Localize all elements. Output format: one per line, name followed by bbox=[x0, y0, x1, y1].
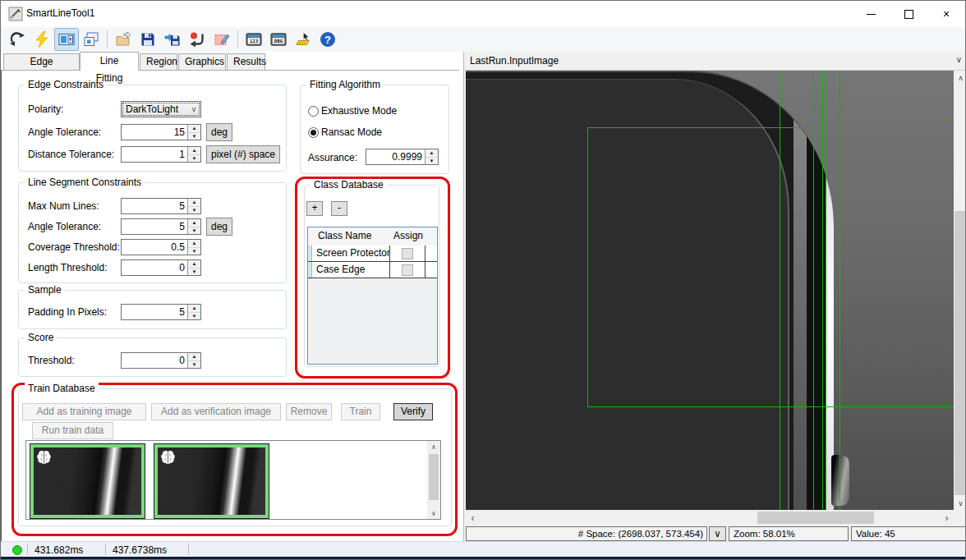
record-button[interactable] bbox=[185, 28, 209, 51]
score-threshold-value[interactable]: 0 bbox=[122, 353, 187, 368]
show-tool-editor-button[interactable] bbox=[54, 28, 79, 51]
class-row-screen-protector[interactable]: Screen Protector bbox=[308, 246, 437, 262]
angle-tolerance-input[interactable]: 15 ▲▼ bbox=[121, 124, 201, 140]
col-assign[interactable]: Assign bbox=[393, 230, 423, 241]
class-remove-button[interactable]: - bbox=[331, 201, 347, 216]
remove-button[interactable]: Remove bbox=[286, 403, 332, 420]
tab-graphics[interactable]: Graphics bbox=[178, 53, 226, 70]
ransac-mode-label[interactable]: Ransac Mode bbox=[321, 126, 382, 138]
spin-up-icon[interactable]: ▲ bbox=[188, 305, 200, 312]
class-name-cell[interactable]: Case Edge bbox=[312, 262, 390, 278]
assign-checkbox[interactable] bbox=[402, 264, 413, 276]
add-training-image-button[interactable]: Add as training image bbox=[22, 403, 146, 420]
spin-up-icon[interactable]: ▲ bbox=[188, 147, 200, 154]
class-add-button[interactable]: + bbox=[306, 201, 323, 216]
tab-results[interactable]: Results bbox=[227, 53, 265, 70]
train-thumbnail-2[interactable] bbox=[154, 443, 269, 519]
scrollbar-thumb[interactable] bbox=[429, 454, 439, 500]
padding-value[interactable]: 5 bbox=[122, 305, 187, 319]
minimize-button[interactable] bbox=[852, 1, 890, 27]
open-button[interactable] bbox=[111, 28, 136, 51]
spin-down-icon[interactable]: ▼ bbox=[188, 268, 200, 276]
max-num-lines-value[interactable]: 5 bbox=[122, 199, 187, 213]
length-threshold-spinner[interactable]: ▲▼ bbox=[187, 260, 200, 275]
train-list-scrollbar[interactable]: ∧ ∨ bbox=[427, 441, 440, 519]
max-num-lines-spinner[interactable]: ▲▼ bbox=[187, 199, 200, 213]
scroll-right-icon[interactable]: › bbox=[940, 511, 954, 525]
display-dbg-button[interactable]: DBG bbox=[266, 28, 291, 51]
spin-down-icon[interactable]: ▼ bbox=[188, 227, 200, 235]
image-panel-header[interactable]: LastRun.InputImage ∨ bbox=[464, 52, 966, 71]
assurance-value[interactable]: 0.9999 bbox=[366, 149, 425, 164]
spin-down-icon[interactable]: ▼ bbox=[188, 360, 200, 369]
scroll-down-icon[interactable]: ∨ bbox=[427, 507, 440, 519]
input-image-view[interactable] bbox=[466, 71, 954, 510]
class-row-case-edge[interactable]: Case Edge bbox=[308, 262, 437, 278]
spin-up-icon[interactable]: ▲ bbox=[188, 353, 200, 360]
ransac-mode-radio[interactable] bbox=[308, 127, 319, 138]
spin-up-icon[interactable]: ▲ bbox=[188, 199, 200, 206]
coverage-threshold-input[interactable]: 0.5 ▲▼ bbox=[121, 239, 201, 255]
spin-up-icon[interactable]: ▲ bbox=[426, 149, 438, 157]
space-dropdown-button[interactable]: ∨ bbox=[709, 526, 726, 541]
assurance-input[interactable]: 0.9999 ▲▼ bbox=[366, 149, 439, 165]
angle-tolerance-value[interactable]: 15 bbox=[122, 125, 187, 140]
distance-tolerance-value[interactable]: 1 bbox=[122, 147, 187, 162]
exhaustive-mode-radio[interactable] bbox=[308, 106, 319, 117]
class-name-cell[interactable]: Screen Protector bbox=[312, 246, 390, 261]
save-as-button[interactable] bbox=[160, 28, 185, 51]
tab-edge-extraction[interactable]: Edge Extraction bbox=[3, 53, 80, 70]
scroll-down-icon[interactable]: ∨ bbox=[954, 496, 966, 510]
chevron-down-icon[interactable]: ∨ bbox=[956, 55, 962, 64]
run-once-button[interactable] bbox=[30, 28, 54, 51]
spin-up-icon[interactable]: ▲ bbox=[188, 125, 200, 132]
spin-down-icon[interactable]: ▼ bbox=[426, 157, 438, 165]
spin-down-icon[interactable]: ▼ bbox=[188, 206, 200, 214]
score-threshold-input[interactable]: 0 ▲▼ bbox=[121, 352, 201, 369]
run-train-data-button[interactable]: Run train data bbox=[32, 422, 113, 439]
coverage-threshold-spinner[interactable]: ▲▼ bbox=[187, 240, 200, 255]
tab-line-fitting[interactable]: Line Fitting bbox=[80, 52, 139, 71]
spin-down-icon[interactable]: ▼ bbox=[188, 312, 200, 320]
ls-angle-tolerance-value[interactable]: 5 bbox=[122, 219, 187, 234]
display-123-button[interactable]: 123 bbox=[242, 28, 266, 51]
image-source-selector[interactable]: LastRun.InputImage bbox=[470, 55, 559, 67]
score-threshold-spinner[interactable]: ▲▼ bbox=[187, 353, 200, 368]
coverage-threshold-value[interactable]: 0.5 bbox=[122, 240, 187, 255]
assign-checkbox[interactable] bbox=[402, 248, 413, 259]
spin-down-icon[interactable]: ▼ bbox=[188, 247, 200, 255]
tab-region[interactable]: Region bbox=[140, 53, 177, 70]
spin-down-icon[interactable]: ▼ bbox=[188, 132, 200, 140]
distance-tolerance-input[interactable]: 1 ▲▼ bbox=[121, 146, 201, 163]
scrollbar-thumb[interactable] bbox=[757, 512, 874, 524]
scroll-up-icon[interactable]: ∧ bbox=[427, 441, 440, 452]
angle-unit-button[interactable]: deg bbox=[206, 123, 232, 141]
angle-tolerance-spinner[interactable]: ▲▼ bbox=[187, 125, 200, 140]
assurance-spinner[interactable]: ▲▼ bbox=[425, 149, 438, 164]
ls-angle-tolerance-input[interactable]: 5 ▲▼ bbox=[121, 218, 201, 235]
image-horizontal-scrollbar[interactable]: ‹ › bbox=[466, 511, 954, 525]
close-button[interactable]: × bbox=[927, 1, 965, 27]
ls-angle-tolerance-spinner[interactable]: ▲▼ bbox=[187, 219, 200, 234]
train-image-list[interactable]: ∧ ∨ bbox=[25, 440, 441, 520]
padding-spinner[interactable]: ▲▼ bbox=[187, 305, 200, 319]
col-class-name[interactable]: Class Name bbox=[318, 230, 371, 241]
show-overlay-button[interactable] bbox=[79, 28, 104, 51]
run-loop-button[interactable] bbox=[5, 28, 30, 51]
max-num-lines-input[interactable]: 5 ▲▼ bbox=[121, 198, 201, 214]
distance-unit-button[interactable]: pixel (#) space bbox=[206, 145, 280, 163]
train-thumbnail-1[interactable] bbox=[30, 443, 145, 519]
train-button[interactable]: Train bbox=[341, 403, 380, 420]
exhaustive-mode-label[interactable]: Exhaustive Mode bbox=[321, 105, 397, 117]
save-button[interactable] bbox=[136, 28, 160, 51]
verify-button[interactable]: Verify bbox=[393, 403, 433, 420]
length-threshold-value[interactable]: 0 bbox=[122, 260, 187, 275]
polarity-dropdown[interactable]: DarkToLight ∨ bbox=[121, 101, 201, 117]
distance-tolerance-spinner[interactable]: ▲▼ bbox=[187, 147, 200, 162]
spin-up-icon[interactable]: ▲ bbox=[188, 260, 200, 268]
image-vertical-scrollbar[interactable]: ∧ ∨ bbox=[954, 71, 966, 510]
ls-angle-unit-button[interactable]: deg bbox=[206, 218, 232, 236]
edit-image-button[interactable] bbox=[209, 28, 234, 51]
measure-button[interactable] bbox=[291, 28, 315, 51]
scroll-left-icon[interactable]: ‹ bbox=[466, 511, 480, 525]
